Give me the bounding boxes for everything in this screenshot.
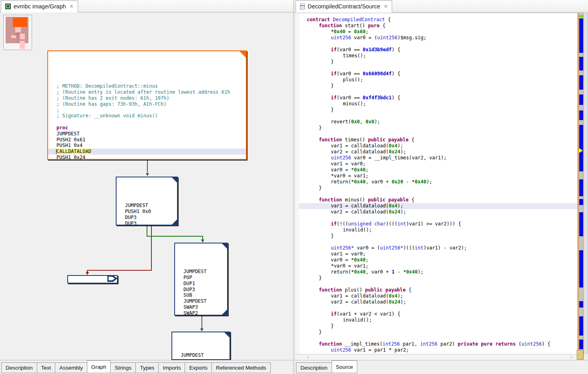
left-view-tab-referenced-methods[interactable]: Referenced Methods bbox=[211, 362, 270, 373]
code-line[interactable]: function minus() public payable { bbox=[295, 197, 578, 203]
node-line[interactable]: PUSH1 0x4 bbox=[48, 143, 246, 149]
code-line[interactable]: } bbox=[295, 275, 578, 281]
ruler-annotation-mark[interactable] bbox=[579, 95, 583, 105]
graph-canvas[interactable]: ; METHOD: DecompiledContract::minus; (Ro… bbox=[0, 13, 293, 360]
ruler-annotation-mark[interactable] bbox=[579, 75, 583, 90]
node-line[interactable]: JUMPDEST bbox=[117, 203, 177, 209]
ruler-annotation-mark[interactable] bbox=[579, 199, 583, 205]
code-line[interactable]: var2 = calldataload(0x24); bbox=[295, 299, 578, 305]
code-line[interactable]: if(!((unsigned char)(((int)var1) >= var2… bbox=[295, 221, 578, 227]
vertical-scrollbar[interactable] bbox=[584, 13, 588, 354]
code-line[interactable]: minus(); bbox=[295, 101, 578, 107]
code-line[interactable]: var1 = var0; bbox=[295, 251, 578, 257]
code-line[interactable]: } bbox=[295, 59, 578, 65]
code-line[interactable]: var0 = *0x40; bbox=[295, 257, 578, 263]
left-view-tab-imports[interactable]: Imports bbox=[158, 362, 185, 373]
node-line[interactable]: DUP3 bbox=[175, 287, 227, 293]
node-line[interactable]: SWAP2 bbox=[175, 310, 227, 316]
ruler-annotation-mark[interactable] bbox=[579, 340, 583, 349]
code-line[interactable]: } bbox=[295, 125, 578, 131]
right-view-tab-description[interactable]: Description bbox=[296, 362, 332, 373]
ruler-annotation-mark[interactable] bbox=[579, 316, 583, 336]
node-line[interactable]: POP bbox=[175, 275, 227, 281]
code-line[interactable]: plus(); bbox=[295, 77, 578, 83]
code-line[interactable] bbox=[295, 281, 578, 287]
node-line[interactable]: JUMPDEST bbox=[48, 131, 246, 137]
code-line[interactable]: *var0 = var1; bbox=[295, 263, 578, 269]
code-line[interactable]: return(*0x40, var0 + 0x20 - *0x40); bbox=[295, 179, 578, 185]
code-line[interactable]: function start() pure { bbox=[295, 23, 578, 29]
overview-ruler[interactable] bbox=[578, 13, 584, 354]
code-line[interactable] bbox=[295, 335, 578, 341]
node-line[interactable]: proc bbox=[48, 125, 246, 131]
node-line[interactable]: JUMPDEST bbox=[172, 352, 230, 358]
node-line[interactable]: DUP3 bbox=[117, 221, 177, 225]
node-line[interactable]: PUSH2 0x61 bbox=[48, 137, 246, 143]
code-line[interactable]: uint256* var0 = (uint256*)(((int)var1) -… bbox=[295, 245, 578, 251]
code-line-current[interactable]: var1 = calldataload(0x4); bbox=[295, 203, 578, 209]
node-line[interactable]: JUMPDEST bbox=[175, 298, 227, 304]
node-line[interactable]: ; Signature: __unknown void minus() bbox=[48, 113, 246, 119]
code-line[interactable]: } bbox=[295, 107, 578, 113]
code-line[interactable]: } bbox=[295, 329, 578, 335]
left-view-tab-assembly[interactable]: Assembly bbox=[55, 362, 87, 373]
code-line[interactable]: invalid(); bbox=[295, 317, 578, 323]
close-icon[interactable]: ✕ bbox=[384, 4, 388, 9]
close-icon[interactable]: ✕ bbox=[70, 4, 74, 9]
code-line[interactable] bbox=[295, 131, 578, 137]
code-line[interactable]: *0x40 = 0x60; bbox=[295, 29, 578, 35]
source-editor[interactable]: contract DecompiledContract {function st… bbox=[295, 13, 578, 354]
tab-evmbc-graph[interactable]: evmbc image/Graph ✕ bbox=[1, 0, 78, 12]
code-line[interactable]: var1 = calldataload(0x4); bbox=[295, 293, 578, 299]
node-line[interactable]: SWAP3 bbox=[175, 304, 227, 310]
ruler-annotation-mark[interactable] bbox=[579, 18, 583, 53]
code-line[interactable]: uint256 var0 = __impl_times(var2, var1); bbox=[295, 155, 578, 161]
code-line[interactable]: return(*0x40, var0 + 1 - *0x40); bbox=[295, 269, 578, 275]
ruler-annotation-mark[interactable] bbox=[579, 212, 583, 236]
code-line[interactable]: var1 = calldataload(0x4); bbox=[295, 143, 578, 149]
code-line[interactable]: if(var0 == 0x66098d4f) { bbox=[295, 71, 578, 77]
node-line[interactable]: ; (Routine entry is located after routin… bbox=[48, 89, 246, 95]
left-view-tab-text[interactable]: Text bbox=[37, 362, 56, 373]
code-line[interactable]: var2 = calldataload(0x24); bbox=[295, 149, 578, 155]
node-line[interactable]: JUMPDEST bbox=[175, 269, 227, 275]
ruler-annotation-mark[interactable] bbox=[579, 250, 583, 288]
code-line[interactable]: times(); bbox=[295, 53, 578, 59]
ruler-position-arrow-icon[interactable] bbox=[579, 148, 583, 153]
code-line[interactable] bbox=[295, 239, 578, 245]
code-line[interactable] bbox=[295, 89, 578, 95]
left-view-tab-graph[interactable]: Graph bbox=[87, 360, 111, 373]
scroll-right-icon[interactable]: › bbox=[570, 354, 572, 360]
code-line[interactable]: if(var0 == 0xf4f3bdc1) { bbox=[295, 95, 578, 101]
code-line[interactable]: uint256 var1 = par1 * par2; bbox=[295, 347, 578, 353]
ruler-annotation-mark[interactable] bbox=[579, 15, 583, 17]
left-view-tab-exports[interactable]: Exports bbox=[185, 362, 212, 373]
code-line[interactable]: uint256 var0 = (uint256)$msg.sig; bbox=[295, 35, 578, 41]
node-line[interactable]: DUP1 bbox=[175, 281, 227, 287]
code-line[interactable]: } bbox=[295, 185, 578, 191]
code-line[interactable] bbox=[295, 65, 578, 71]
code-line[interactable]: revert(0x0, 0x0); bbox=[295, 119, 578, 125]
node-line[interactable]: SUB bbox=[175, 292, 227, 298]
code-line[interactable]: if(var0 == 0x1d3b9edf) { bbox=[295, 47, 578, 53]
code-line[interactable]: var0 = *0x40; bbox=[295, 167, 578, 173]
code-line[interactable] bbox=[295, 41, 578, 47]
code-line[interactable]: var1 = var0; bbox=[295, 161, 578, 167]
left-view-tab-description[interactable]: Description bbox=[1, 362, 37, 373]
node-line[interactable] bbox=[48, 119, 246, 125]
ruler-annotation-mark[interactable] bbox=[579, 111, 583, 120]
node-line[interactable]: PUSH1 0x24 bbox=[48, 155, 246, 160]
left-view-tab-strings[interactable]: Strings bbox=[110, 362, 136, 373]
graph-node-entry[interactable]: ; METHOD: DecompiledContract::minus; (Ro… bbox=[47, 50, 247, 160]
code-line[interactable]: invalid(); bbox=[295, 227, 578, 233]
graph-node-invalid[interactable]: INVALID bbox=[67, 275, 118, 284]
code-line[interactable]: var2 = calldataload(0x24); bbox=[295, 209, 578, 215]
node-line[interactable]: CALLDATALOAD bbox=[48, 149, 246, 155]
node-line[interactable]: ; METHOD: DecompiledContract::minus bbox=[48, 83, 246, 89]
horizontal-scrollbar[interactable]: ‹ › bbox=[295, 354, 577, 360]
graph-node-cond[interactable]: JUMPDESTPUSH1 0x0DUP3DUP3GTISZEROPUSH2 0… bbox=[116, 177, 178, 225]
node-line[interactable]: ; bbox=[48, 107, 246, 113]
node-line[interactable]: ; (Routine has gaps: 73h-93h, A1h-FCh) bbox=[48, 101, 246, 107]
code-line[interactable]: } bbox=[295, 323, 578, 329]
code-line[interactable]: function times() public payable { bbox=[295, 137, 578, 143]
